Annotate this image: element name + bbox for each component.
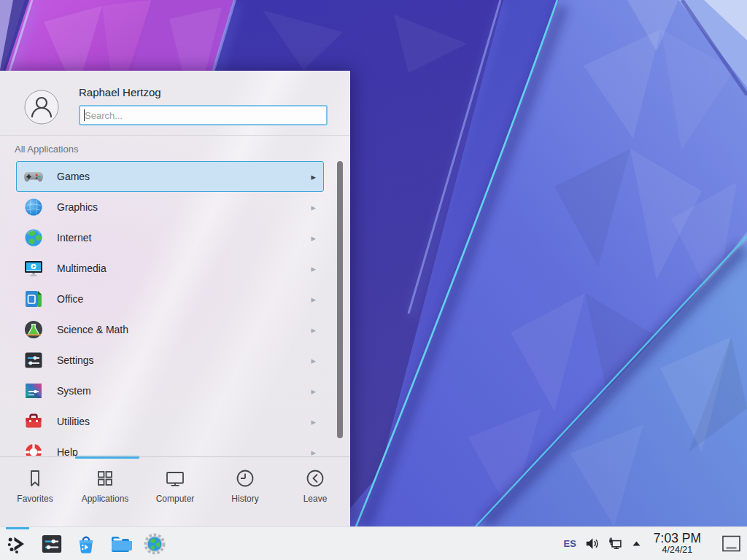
tab-leave[interactable]: Leave xyxy=(280,467,350,526)
computer-monitor-icon xyxy=(164,467,186,489)
discover-bag-icon xyxy=(74,532,98,556)
menu-item-label: System xyxy=(57,385,311,397)
file-manager-button[interactable] xyxy=(108,527,133,560)
menu-item-graphics[interactable]: Graphics▸ xyxy=(16,192,324,222)
network-icon[interactable] xyxy=(608,536,623,551)
tab-label: Computer xyxy=(156,494,195,504)
menu-item-label: Help xyxy=(57,446,311,456)
science-flask-icon xyxy=(23,319,44,340)
search-input[interactable] xyxy=(79,105,328,125)
user-name: Raphael Hertzog xyxy=(79,86,161,98)
applications-grid-icon xyxy=(94,467,116,489)
applications-list: Games▸Graphics▸Internet▸Multimedia▸Offic… xyxy=(0,161,350,456)
menu-item-multimedia[interactable]: Multimedia▸ xyxy=(16,253,324,284)
scrollbar-handle[interactable] xyxy=(337,161,343,438)
web-browser-button[interactable] xyxy=(142,527,167,560)
keyboard-layout-indicator[interactable]: ES xyxy=(563,538,576,549)
menu-item-label: Office xyxy=(57,293,311,305)
folder-icon xyxy=(109,532,132,556)
menu-item-settings[interactable]: Settings▸ xyxy=(16,345,324,376)
menu-item-help[interactable]: Help▸ xyxy=(16,437,324,456)
system-settings-button[interactable] xyxy=(39,527,64,560)
application-launcher-popup: Raphael Hertzog All Applications Games▸G… xyxy=(0,71,350,526)
submenu-arrow-icon: ▸ xyxy=(311,416,316,427)
graphics-sphere-icon xyxy=(23,197,44,217)
section-label: All Applications xyxy=(15,144,78,155)
system-tray: ES 7:03 PM 4/24/21 xyxy=(563,527,747,560)
launcher-header: Raphael Hertzog xyxy=(0,71,350,136)
submenu-arrow-icon: ▸ xyxy=(311,263,316,274)
clock-time: 7:03 PM xyxy=(654,532,701,545)
search-field-wrap xyxy=(79,105,328,125)
tab-label: Leave xyxy=(303,494,328,504)
submenu-arrow-icon: ▸ xyxy=(311,386,316,397)
show-desktop-icon xyxy=(721,534,741,553)
menu-item-utilities[interactable]: Utilities▸ xyxy=(16,406,324,437)
menu-item-label: Internet xyxy=(57,232,311,244)
leave-icon xyxy=(304,467,326,489)
menu-item-label: Multimedia xyxy=(57,262,311,274)
help-lifebuoy-icon xyxy=(23,442,44,456)
application-launcher-button[interactable] xyxy=(5,527,30,560)
submenu-arrow-icon: ▸ xyxy=(311,294,316,305)
show-desktop-button[interactable] xyxy=(721,534,741,553)
menu-item-label: Utilities xyxy=(57,416,311,427)
taskbar: ES 7:03 PM 4/24/21 xyxy=(0,526,747,560)
menu-item-label: Graphics xyxy=(57,201,311,213)
clock-date: 4/24/21 xyxy=(654,545,701,556)
footer-tabs: FavoritesApplicationsComputerHistoryLeav… xyxy=(0,456,350,526)
kickoff-icon xyxy=(6,532,29,556)
menu-item-office[interactable]: Office▸ xyxy=(16,284,324,314)
text-cursor xyxy=(84,109,85,121)
submenu-arrow-icon: ▸ xyxy=(311,202,316,213)
user-avatar[interactable] xyxy=(24,90,59,125)
browser-globe-icon xyxy=(143,532,166,556)
menu-item-science-math[interactable]: Science & Math▸ xyxy=(16,314,324,345)
volume-icon[interactable] xyxy=(584,536,600,551)
history-clock-icon xyxy=(234,467,256,489)
tab-favorites[interactable]: Favorites xyxy=(0,467,70,526)
system-monitor-icon xyxy=(23,381,44,401)
menu-item-system[interactable]: System▸ xyxy=(16,376,324,406)
gamepad-icon xyxy=(23,166,44,187)
menu-item-internet[interactable]: Internet▸ xyxy=(16,222,324,253)
user-avatar-icon xyxy=(24,90,59,125)
settings-sliders-icon xyxy=(40,532,63,556)
tab-history[interactable]: History xyxy=(210,467,280,526)
globe-icon xyxy=(23,228,44,248)
multimedia-monitor-icon xyxy=(23,258,44,279)
bookmark-icon xyxy=(24,467,46,489)
submenu-arrow-icon: ▸ xyxy=(311,171,316,182)
menu-item-label: Games xyxy=(57,171,311,182)
taskbar-app-icons xyxy=(0,527,167,560)
utilities-toolbox-icon xyxy=(23,411,44,432)
digital-clock[interactable]: 7:03 PM 4/24/21 xyxy=(654,532,701,556)
office-document-icon xyxy=(23,289,44,309)
desktop: Raphael Hertzog All Applications Games▸G… xyxy=(0,0,747,560)
submenu-arrow-icon: ▸ xyxy=(311,355,316,366)
submenu-arrow-icon: ▸ xyxy=(311,233,316,244)
tab-label: Favorites xyxy=(17,494,53,504)
tab-computer[interactable]: Computer xyxy=(140,467,210,526)
tab-label: History xyxy=(231,494,258,504)
submenu-arrow-icon: ▸ xyxy=(311,447,316,456)
discover-software-center-button[interactable] xyxy=(74,527,98,560)
tab-applications[interactable]: Applications xyxy=(70,467,140,526)
menu-item-label: Science & Math xyxy=(57,324,311,335)
menu-item-games[interactable]: Games▸ xyxy=(16,161,324,192)
expand-tray-arrow-icon[interactable] xyxy=(631,538,642,549)
menu-item-label: Settings xyxy=(57,354,311,366)
settings-sliders-icon xyxy=(23,350,44,370)
tab-label: Applications xyxy=(82,494,129,504)
submenu-arrow-icon: ▸ xyxy=(311,324,316,335)
